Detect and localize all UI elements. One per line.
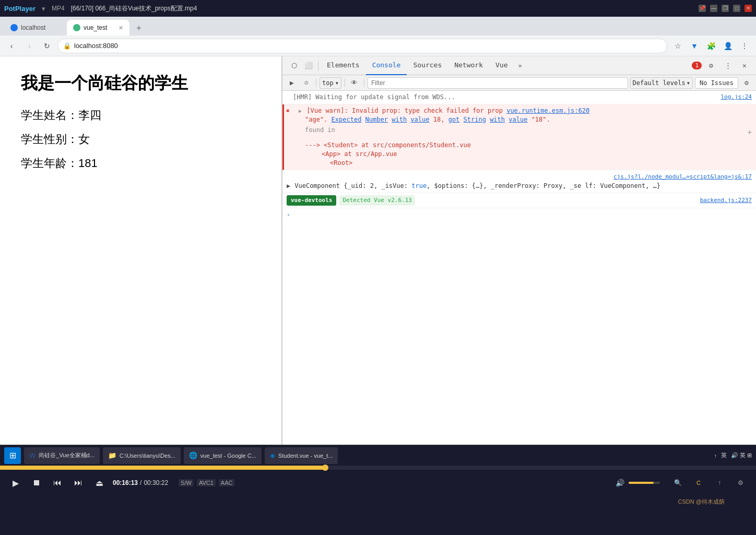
browser-content: 我是一个尚硅谷的学生 学生姓名：李四 学生性别：女 学生年龄：181 ⬡ ⬜ E… — [0, 56, 756, 445]
vue-runtime-link[interactable]: vue.runtime.esm.js:620 — [506, 107, 589, 114]
format-aac: AAC — [219, 479, 235, 486]
browser-chrome: localhost vue_test ✕ + ‹ › ↻ 🔒 localhost… — [0, 17, 756, 445]
taskbar-item-vscode[interactable]: ◈ Student.vue - vue_t... — [265, 447, 338, 464]
next-btn[interactable]: ⏭ — [71, 475, 86, 490]
extensions-btn[interactable]: 🧩 — [704, 39, 718, 53]
hmr-text: [HMR] Waiting for update signal from WDS… — [293, 93, 455, 101]
tab-elements[interactable]: Elements — [321, 56, 366, 75]
tab-more-btn[interactable]: » — [514, 56, 526, 75]
tab-console[interactable]: Console — [366, 56, 407, 75]
backend-link[interactable]: backend.js:2237 — [700, 196, 752, 204]
devtools-console-output: log.js:24 [HMR] Waiting for update signa… — [282, 91, 756, 445]
volume-control: 🔊 — [616, 479, 660, 487]
reload-btn[interactable]: ↻ — [40, 39, 54, 53]
error-icon: ✖ — [286, 107, 290, 115]
devtools-detected-content: vue-devtools Detected Vue v2.6.13 — [287, 195, 415, 205]
console-block-btn[interactable]: ⊘ — [300, 77, 313, 89]
taskbar-tray: ↑ 英 🔊 英 ⊞ — [714, 451, 752, 459]
default-levels-select[interactable]: Default levels ▾ — [630, 77, 693, 89]
devtools-right-controls: 1 ⚙ ⋮ ✕ — [692, 58, 752, 73]
volume-fill — [629, 482, 654, 484]
devtools-more-btn[interactable]: ⋮ — [720, 58, 735, 73]
restore-btn[interactable]: ❐ — [722, 5, 729, 12]
console-run-btn[interactable]: ▶ — [286, 77, 298, 89]
csdn-icon: C — [691, 475, 706, 490]
new-tab-btn[interactable]: + — [132, 21, 146, 35]
console-prompt-line[interactable]: › — [282, 208, 756, 221]
prev-btn[interactable]: ⏮ — [50, 475, 65, 490]
start-button[interactable]: ⊞ — [4, 447, 21, 464]
volume-icon[interactable]: 🔊 — [616, 479, 624, 487]
object-expand-btn[interactable]: ▶ — [287, 182, 290, 191]
cjs-link[interactable]: cjs.js?l./node_modul…=script&lang=js&:17 — [613, 173, 752, 180]
app-logo[interactable]: PotPlayer — [4, 5, 36, 13]
taskbar-explorer-label: C:\Users\tianyu\Des... — [120, 453, 175, 459]
console-entry-vue-warn: ✖ ▶ [Vue warn]: Invalid prop: type check… — [282, 104, 756, 170]
taskbar-chrome-label: vue_test - Google C... — [200, 453, 256, 459]
tab-vue[interactable]: Vue — [489, 56, 514, 75]
account-btn[interactable]: 👤 — [720, 39, 735, 53]
component-root: <Root> — [330, 159, 752, 168]
volume-bar[interactable] — [629, 482, 660, 484]
tray-arrows[interactable]: ↑ — [714, 453, 717, 459]
error-line-1: ▶ [Vue warn]: Invalid prop: type check f… — [299, 106, 752, 115]
close-btn[interactable]: ✕ — [745, 5, 752, 12]
string-underline: String — [464, 116, 486, 123]
back-btn[interactable]: ‹ — [4, 39, 19, 53]
devtools-tab-bar: ⬡ ⬜ Elements Console Sources Network Vue — [282, 56, 756, 75]
tray-clock: 🔊 英 ⊞ — [731, 451, 752, 459]
no-issues-label: No Issues — [700, 79, 734, 87]
web-page: 我是一个尚硅谷的学生 学生姓名：李四 学生性别：女 学生年龄：181 — [0, 56, 282, 445]
taskbar: ⊞ W 尚硅谷_Vue全家桶d... 📁 C:\Users\tianyu\Des… — [0, 445, 756, 466]
prompt-chevron: › — [287, 211, 290, 218]
stop-btn[interactable]: ⏹ — [29, 475, 44, 490]
search-icon-btn[interactable]: 🔍 — [670, 475, 685, 490]
devtools-inspect-btn[interactable]: ⬡ — [287, 58, 301, 73]
console-filter-input[interactable] — [368, 77, 628, 89]
share-icon[interactable]: ↑ — [712, 475, 727, 490]
browser-toolbar: ‹ › ↻ 🔒 localhost:8080 ☆ ▼ 🧩 👤 ⋮ — [0, 35, 756, 56]
pin-btn[interactable]: 📌 — [699, 5, 706, 12]
address-bar[interactable]: 🔒 localhost:8080 — [57, 39, 667, 53]
tab-network[interactable]: Network — [448, 56, 489, 75]
format-avc1: AVC1 — [197, 479, 216, 486]
value-underline: value — [410, 116, 429, 123]
no-issues-btn[interactable]: No Issues — [695, 77, 738, 89]
add-btn[interactable]: + — [739, 127, 752, 140]
browser-toolbar-icons: ☆ ▼ 🧩 👤 ⋮ — [670, 39, 752, 53]
player-time-display: 00:16:13 / 00:30:22 — [113, 479, 168, 486]
minimize-btn[interactable]: — — [710, 5, 717, 12]
tab-close-vue[interactable]: ✕ — [119, 25, 123, 31]
expand-icon[interactable]: ▶ — [299, 108, 302, 114]
taskbar-item-word[interactable]: W 尚硅谷_Vue全家桶d... — [24, 447, 100, 464]
menu-btn[interactable]: ⋮ — [737, 39, 752, 53]
tab-sources[interactable]: Sources — [407, 56, 448, 75]
current-time: 00:16:13 — [113, 479, 138, 486]
devtools-close-btn[interactable]: ✕ — [737, 58, 752, 73]
taskbar-vscode-label: Student.vue - vue_t... — [278, 453, 333, 459]
media-format: MP4 — [52, 5, 65, 12]
console-settings-btn[interactable]: ⚙ — [740, 77, 753, 89]
bookmark-btn[interactable]: ☆ — [670, 39, 685, 53]
play-btn[interactable]: ▶ — [8, 475, 23, 490]
taskbar-item-chrome[interactable]: 🌐 vue_test - Google C... — [184, 447, 262, 464]
toolbar-sep-3 — [364, 79, 364, 87]
object-text: VueComponent {_uid: 2, _isVue: true, $op… — [294, 182, 660, 191]
devtools-settings-btn[interactable]: ⚙ — [704, 58, 718, 73]
devtools-device-btn[interactable]: ⬜ — [301, 58, 316, 73]
playback-progress-bar[interactable] — [0, 466, 756, 470]
hmr-link[interactable]: log.js:24 — [720, 93, 752, 101]
settings-icon[interactable]: ⚙ — [733, 475, 748, 490]
browser-tab-localhost[interactable]: localhost — [4, 20, 67, 35]
eject-btn[interactable]: ⏏ — [92, 475, 107, 490]
forward-btn[interactable]: › — [22, 39, 37, 53]
chevron-down-icon: ▾ — [335, 79, 339, 87]
maximize-btn[interactable]: □ — [733, 5, 740, 12]
media-filename: [66/170] 066_尚硅谷Vue技术_props配置.mp4 — [71, 4, 692, 13]
taskbar-item-explorer[interactable]: 📁 C:\Users\tianyu\Des... — [103, 447, 181, 464]
context-select[interactable]: top ▾ — [320, 77, 341, 89]
eye-btn[interactable]: 👁 — [348, 77, 361, 89]
browser-tab-vue-test[interactable]: vue_test ✕ — [67, 20, 129, 35]
page-title: 我是一个尚硅谷的学生 — [21, 72, 261, 95]
value2-underline: value — [509, 116, 527, 123]
